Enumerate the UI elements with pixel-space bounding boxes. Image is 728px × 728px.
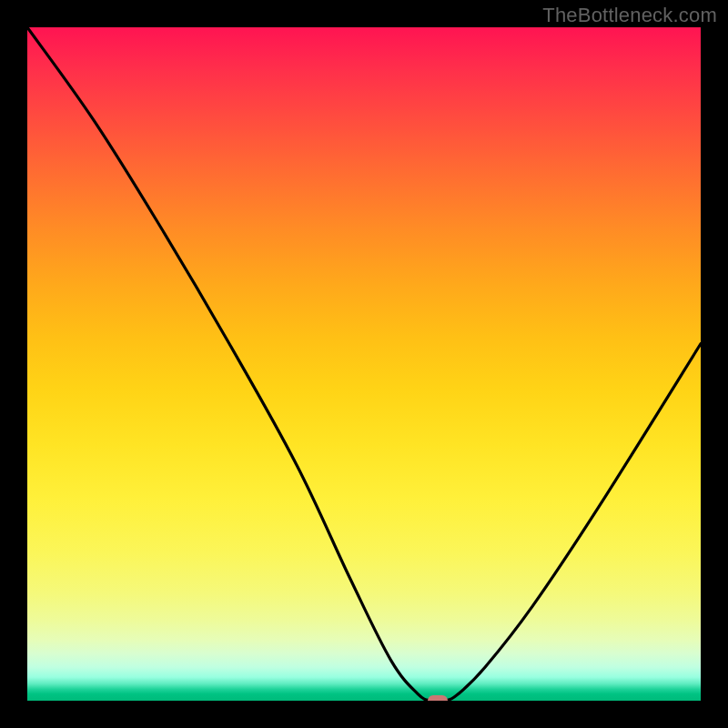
bottleneck-curve [27, 27, 701, 701]
plot-area [27, 27, 701, 701]
watermark-text: TheBottleneck.com [542, 4, 717, 27]
optimal-marker [428, 695, 448, 701]
